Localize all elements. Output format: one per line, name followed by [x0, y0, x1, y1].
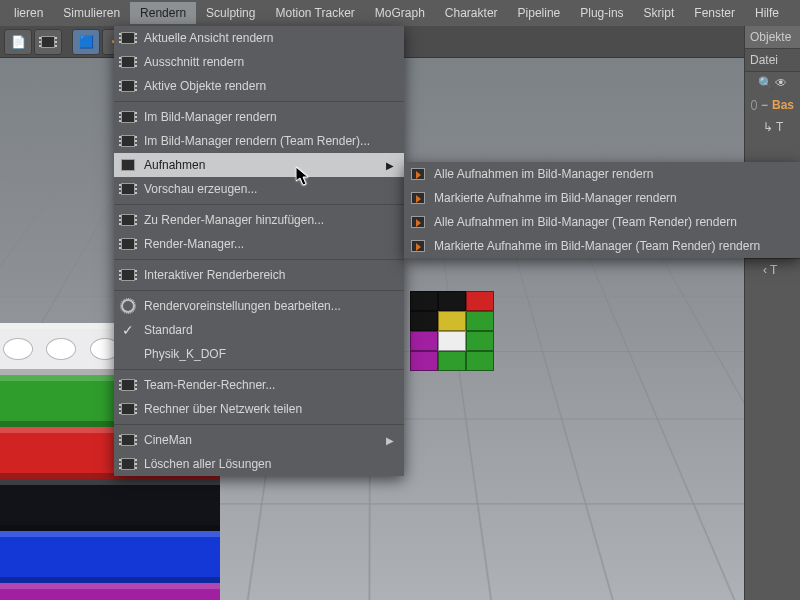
- menu-item[interactable]: Zu Render-Manager hinzufügen...: [114, 208, 404, 232]
- render-submenu-aufnahmen: Alle Aufnahmen im Bild-Manager rendern M…: [404, 162, 800, 258]
- menu-item[interactable]: CineMan▶: [114, 428, 404, 452]
- menu-item[interactable]: Render-Manager...: [114, 232, 404, 256]
- menu-item-icon: [118, 376, 138, 394]
- menu-item-label: Vorschau erzeugen...: [144, 182, 257, 196]
- menu-item[interactable]: Aktive Objekte rendern: [114, 74, 404, 98]
- menu-item-label: Aktive Objekte rendern: [144, 79, 266, 93]
- menu-item-skript[interactable]: Skript: [634, 2, 685, 24]
- magnifier-icon[interactable]: 🔍: [758, 76, 773, 90]
- menu-item-icon: [118, 156, 138, 174]
- menu-item-icon: [118, 455, 138, 473]
- menu-item-icon: [118, 235, 138, 253]
- menu-item-label: Standard: [144, 323, 193, 337]
- menu-item-icon: [118, 345, 138, 363]
- menu-item-icon: [118, 108, 138, 126]
- menu-item-icon: [118, 211, 138, 229]
- node-label: Bas: [772, 98, 794, 112]
- menu-item-label: Interaktiver Renderbereich: [144, 268, 285, 282]
- menu-item-label: Team-Render-Rechner...: [144, 378, 275, 392]
- menu-item[interactable]: Ausschnitt rendern: [114, 50, 404, 74]
- menu-item-label: Im Bild-Manager rendern (Team Render)...: [144, 134, 370, 148]
- submenu-item[interactable]: Alle Aufnahmen im Bild-Manager rendern: [404, 162, 800, 186]
- eye-icon[interactable]: 👁: [775, 76, 787, 90]
- menu-item-label: Rechner über Netzwerk teilen: [144, 402, 302, 416]
- filmplay-icon: [411, 168, 425, 180]
- menu-item[interactable]: Aktuelle Ansicht rendern: [114, 26, 404, 50]
- menu-item-label: Ausschnitt rendern: [144, 55, 244, 69]
- menu-item-pipeline[interactable]: Pipeline: [508, 2, 571, 24]
- menu-divider: [114, 290, 404, 291]
- submenu-arrow-icon: ▶: [386, 160, 394, 171]
- film-icon: [41, 36, 55, 48]
- menu-item-label: Render-Manager...: [144, 237, 244, 251]
- menu-item-mograph[interactable]: MoGraph: [365, 2, 435, 24]
- menu-item-label: Rendervoreinstellungen bearbeiten...: [144, 299, 341, 313]
- menu-item-icon: [118, 180, 138, 198]
- menu-item-label: Physik_K_DOF: [144, 347, 226, 361]
- menu-item-icon: [118, 132, 138, 150]
- tool-new-icon[interactable]: 📄: [4, 29, 32, 55]
- menu-item[interactable]: Löschen aller Lösungen: [114, 452, 404, 476]
- tree-child[interactable]: ↳ T: [745, 116, 800, 138]
- menu-item[interactable]: Aufnahmen▶: [114, 153, 404, 177]
- filmplay-icon: [411, 192, 425, 204]
- tool-clapper-icon[interactable]: [34, 29, 62, 55]
- menu-item[interactable]: Rechner über Netzwerk teilen: [114, 397, 404, 421]
- tree-node[interactable]: − Bas: [745, 94, 800, 116]
- render-menu: Aktuelle Ansicht rendernAusschnitt rende…: [114, 26, 404, 476]
- menu-item-hilfe[interactable]: Hilfe: [745, 2, 789, 24]
- right-panel: Objekte Datei 🔍 👁 − Bas ↳ T ‹ T: [744, 26, 800, 600]
- filmplay-icon: [411, 216, 425, 228]
- menu-item-sculpting[interactable]: Sculpting: [196, 2, 265, 24]
- menu-divider: [114, 369, 404, 370]
- submenu-label: Markierte Aufnahme im Bild-Manager (Team…: [434, 239, 760, 253]
- panel-tab-objects[interactable]: Objekte: [745, 26, 800, 49]
- menu-item[interactable]: Rendervoreinstellungen bearbeiten...: [114, 294, 404, 318]
- menu-divider: [114, 204, 404, 205]
- menu-item-icon: [118, 431, 138, 449]
- tree-child-2[interactable]: ‹ T: [745, 258, 800, 281]
- minus-icon[interactable]: −: [761, 98, 768, 112]
- brick-stack-small: [410, 291, 494, 371]
- menu-item[interactable]: Physik_K_DOF: [114, 342, 404, 366]
- menu-item-lieren[interactable]: lieren: [4, 2, 53, 24]
- menu-item[interactable]: Im Bild-Manager rendern: [114, 105, 404, 129]
- menu-bar: lierenSimulierenRendernSculptingMotion T…: [0, 0, 800, 26]
- menu-item-icon: [118, 297, 138, 315]
- menu-item[interactable]: Team-Render-Rechner...: [114, 373, 404, 397]
- menu-item-label: Im Bild-Manager rendern: [144, 110, 277, 124]
- panel-icons: 🔍 👁: [745, 72, 800, 94]
- menu-item-icon: [118, 77, 138, 95]
- menu-item-label: Aktuelle Ansicht rendern: [144, 31, 273, 45]
- submenu-arrow-icon: ▶: [386, 435, 394, 446]
- filmplay-icon: [411, 240, 425, 252]
- menu-item[interactable]: Interaktiver Renderbereich: [114, 263, 404, 287]
- panel-tab-file[interactable]: Datei: [745, 49, 800, 72]
- menu-item-plug-ins[interactable]: Plug-ins: [570, 2, 633, 24]
- submenu-label: Markierte Aufnahme im Bild-Manager rende…: [434, 191, 677, 205]
- submenu-label: Alle Aufnahmen im Bild-Manager rendern: [434, 167, 653, 181]
- menu-item-icon: [118, 266, 138, 284]
- menu-item[interactable]: ✓Standard: [114, 318, 404, 342]
- menu-item-icon: [118, 400, 138, 418]
- expand-icon[interactable]: [751, 100, 757, 110]
- menu-item-icon: [118, 53, 138, 71]
- menu-item-icon: [118, 29, 138, 47]
- menu-item[interactable]: Im Bild-Manager rendern (Team Render)...: [114, 129, 404, 153]
- submenu-item[interactable]: Alle Aufnahmen im Bild-Manager (Team Ren…: [404, 210, 800, 234]
- menu-item-label: Zu Render-Manager hinzufügen...: [144, 213, 324, 227]
- menu-item-motion tracker[interactable]: Motion Tracker: [265, 2, 364, 24]
- menu-item-icon: ✓: [118, 321, 138, 339]
- submenu-item[interactable]: Markierte Aufnahme im Bild-Manager rende…: [404, 186, 800, 210]
- menu-item-charakter[interactable]: Charakter: [435, 2, 508, 24]
- menu-item-label: Löschen aller Lösungen: [144, 457, 271, 471]
- menu-item-fenster[interactable]: Fenster: [684, 2, 745, 24]
- submenu-label: Alle Aufnahmen im Bild-Manager (Team Ren…: [434, 215, 737, 229]
- menu-divider: [114, 259, 404, 260]
- menu-item[interactable]: Vorschau erzeugen...: [114, 177, 404, 201]
- menu-item-simulieren[interactable]: Simulieren: [53, 2, 130, 24]
- submenu-item[interactable]: Markierte Aufnahme im Bild-Manager (Team…: [404, 234, 800, 258]
- tool-cube-icon[interactable]: 🟦: [72, 29, 100, 55]
- menu-divider: [114, 101, 404, 102]
- menu-item-rendern[interactable]: Rendern: [130, 2, 196, 24]
